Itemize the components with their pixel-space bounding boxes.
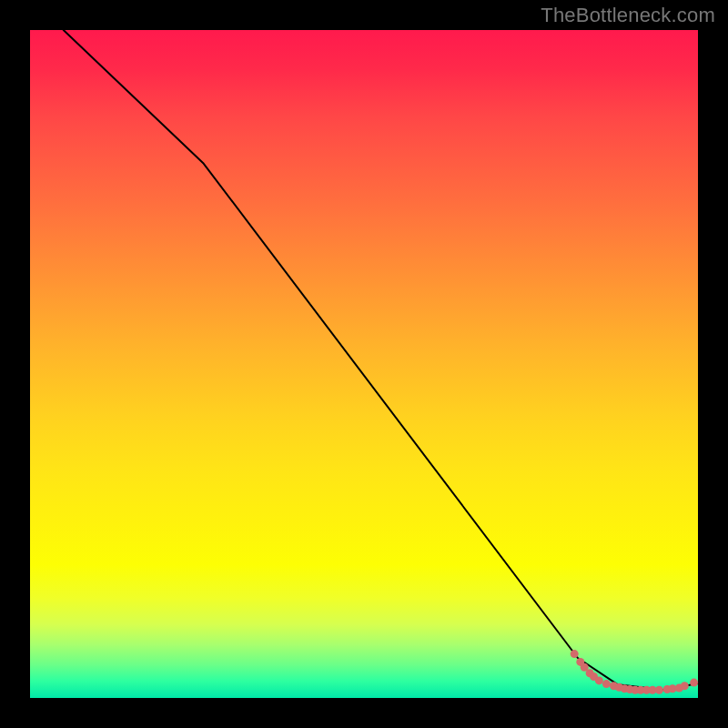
chart-curve — [64, 30, 698, 690]
chart-dots-group — [571, 650, 698, 694]
chart-dot — [690, 679, 698, 687]
chart-dot — [571, 650, 579, 658]
chart-dot — [681, 682, 689, 690]
attribution-text: TheBottleneck.com — [541, 4, 715, 27]
chart-dot — [655, 686, 663, 694]
chart-dot — [602, 680, 611, 688]
chart-plot-area — [30, 30, 698, 698]
chart-dot — [595, 676, 603, 684]
chart-svg — [30, 30, 698, 698]
